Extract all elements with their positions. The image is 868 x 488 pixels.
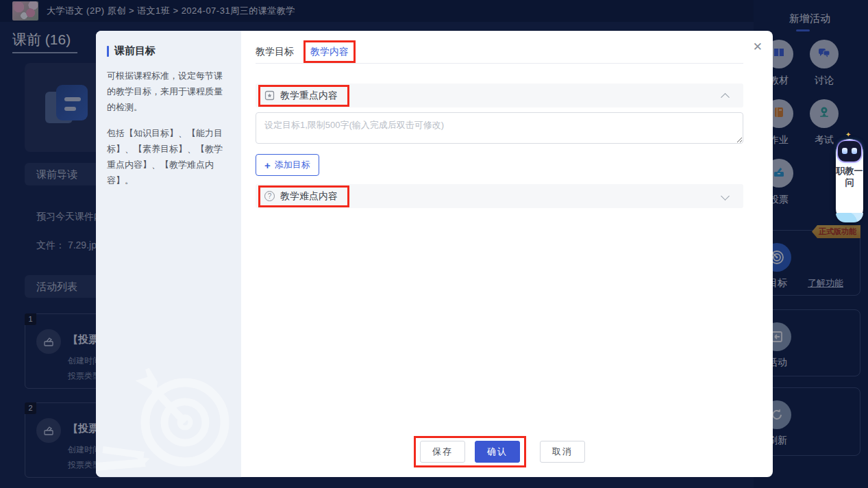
question-circle-icon: ?: [264, 191, 275, 201]
aside-title-row: 课前目标: [107, 44, 230, 57]
save-button[interactable]: 保存: [420, 441, 465, 463]
chevron-up-icon[interactable]: [721, 93, 730, 102]
goal-input[interactable]: [256, 112, 743, 144]
tab-teaching-content[interactable]: 教学内容: [310, 46, 349, 57]
add-goal-label: 添加目标: [275, 159, 310, 171]
modal-main: ✕ 教学目标 教学内容 教学重点内容 + 添加目标: [241, 31, 773, 477]
target-watermark: [96, 340, 241, 477]
annotation-box-tab: 教学内容: [303, 40, 356, 63]
chevron-down-icon[interactable]: [721, 192, 730, 201]
annotation-box-key-content: 教学重点内容: [258, 85, 349, 107]
aside-description-1: 可根据课程标准，设定每节课的教学目标，来用于课程质量的检测。: [107, 68, 230, 115]
annotation-box-footer: 保存 确认: [414, 436, 526, 467]
cancel-button[interactable]: 取消: [540, 441, 585, 463]
aside-title: 课前目标: [114, 44, 156, 57]
confirm-button[interactable]: 确认: [475, 441, 520, 463]
add-goal-button[interactable]: + 添加目标: [256, 154, 319, 176]
tab-teaching-goal[interactable]: 教学目标: [256, 46, 294, 58]
pre-class-goal-modal: 课前目标 可根据课程标准，设定每节课的教学目标，来用于课程质量的检测。 包括【知…: [96, 31, 773, 477]
robot-icon: [838, 141, 861, 162]
aside-description-2: 包括【知识目标】、【能力目标】、【素养目标】、【教学重点内容】、【教学难点内容】…: [107, 126, 230, 188]
section-difficult-content[interactable]: ? 教学难点内容: [256, 184, 743, 208]
assistant-widget[interactable]: ✦ 职教一问: [836, 139, 863, 222]
modal-tabs: 教学目标 教学内容: [256, 40, 743, 64]
sparkle-icon: ✦: [845, 131, 851, 138]
modal-aside: 课前目标 可根据课程标准，设定每节课的教学目标，来用于课程质量的检测。 包括【知…: [96, 31, 241, 477]
section-key-content[interactable]: 教学重点内容: [256, 84, 743, 107]
title-accent-bar: [107, 46, 109, 57]
section-title: 教学难点内容: [280, 190, 338, 203]
assistant-label: 职教一问: [836, 165, 863, 188]
modal-footer: 保存 确认 取消: [241, 436, 758, 467]
annotation-box-difficult-content: ? 教学难点内容: [258, 185, 349, 207]
plus-icon: +: [264, 160, 271, 170]
section-title: 教学重点内容: [280, 90, 338, 102]
document-note-icon: [264, 90, 275, 101]
close-icon[interactable]: ✕: [753, 40, 762, 54]
